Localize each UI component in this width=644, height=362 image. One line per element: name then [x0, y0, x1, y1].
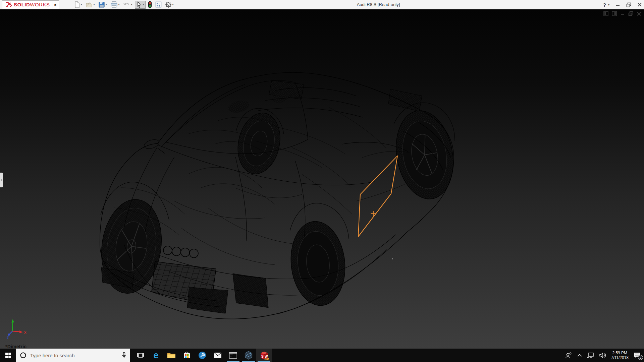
- window-title: Audi R8 S [Read-only]: [357, 0, 400, 9]
- new-document-button[interactable]: ▾: [73, 1, 83, 9]
- hexagon-app-icon: [245, 351, 253, 360]
- edge-icon: e: [153, 351, 158, 360]
- document-window-controls: [603, 11, 641, 16]
- sketch-point-cross: [371, 211, 376, 216]
- svg-text:S: S: [261, 355, 264, 358]
- pane-right-icon[interactable]: [612, 11, 617, 16]
- save-icon: [98, 1, 105, 8]
- solidworks-app-icon: S W 2017: [260, 351, 269, 360]
- mail-icon: [214, 352, 222, 359]
- undo-icon: [123, 2, 130, 8]
- minimize-button[interactable]: [615, 2, 620, 7]
- print-dropdown-caret[interactable]: ▾: [118, 3, 120, 6]
- undo-button[interactable]: ▾: [122, 1, 133, 9]
- open-button[interactable]: ▾: [85, 1, 96, 9]
- mail-button[interactable]: [210, 349, 225, 362]
- feature-manager-collapsed-tab[interactable]: [0, 173, 3, 187]
- wheel-rear-left[interactable]: [232, 109, 285, 178]
- options-button[interactable]: ▾: [164, 1, 175, 9]
- support-tool-button[interactable]: [195, 349, 210, 362]
- windows-taskbar: e: [0, 349, 644, 362]
- triad-x-label: X: [24, 331, 26, 335]
- wrench-circle-icon: [198, 351, 206, 359]
- save-dropdown-caret[interactable]: ▾: [106, 3, 107, 6]
- restore-button[interactable]: [626, 2, 631, 7]
- select-tool-button[interactable]: ▾: [135, 1, 146, 9]
- clock-date: 7/11/2018: [611, 355, 629, 360]
- svg-text:2017: 2017: [264, 358, 269, 360]
- gear-icon: [165, 1, 172, 8]
- wheel-rear-right[interactable]: [389, 106, 460, 204]
- action-center-button[interactable]: 2: [633, 352, 641, 359]
- taskbar-icons: e: [133, 349, 272, 362]
- selected-face-highlight[interactable]: [358, 156, 397, 237]
- open-dropdown-caret[interactable]: ▾: [94, 3, 95, 6]
- file-explorer-button[interactable]: [164, 349, 179, 362]
- app-titlebar: SOLIDWORKS ▶ ▾ ▾ ▾: [0, 0, 644, 9]
- close-button[interactable]: [637, 2, 642, 7]
- network-icon[interactable]: [587, 352, 594, 358]
- edge-button[interactable]: e: [148, 349, 164, 362]
- car-wireframe-model[interactable]: X Z: [0, 9, 644, 349]
- orientation-triad: X Z: [7, 319, 26, 340]
- clock-time: 2:59 PM: [611, 351, 629, 355]
- microphone-icon[interactable]: [121, 352, 127, 359]
- task-view-icon: [137, 352, 144, 358]
- print-icon: [110, 1, 118, 8]
- solidworks-taskbar-button[interactable]: S W 2017: [256, 349, 272, 362]
- people-icon[interactable]: [565, 352, 572, 359]
- print-button[interactable]: ▾: [109, 1, 121, 9]
- view-orientation-label: *Dimetric: [5, 344, 26, 349]
- properties-list-icon: [155, 1, 162, 8]
- undo-dropdown-caret[interactable]: ▾: [131, 3, 132, 6]
- search-input[interactable]: [30, 353, 121, 358]
- taskbar-search[interactable]: [16, 349, 130, 362]
- traffic-light-icon: [148, 1, 152, 8]
- cortana-icon: [19, 352, 27, 359]
- hidden-icons-chevron[interactable]: [577, 353, 582, 357]
- edrawings-button[interactable]: [241, 349, 256, 362]
- pane-left-icon[interactable]: [603, 11, 608, 16]
- wheel-front-right[interactable]: [287, 219, 349, 308]
- volume-icon[interactable]: [599, 352, 606, 358]
- file-explorer-icon: [167, 352, 176, 359]
- select-dropdown-caret[interactable]: ▾: [143, 3, 144, 6]
- open-folder-icon: [86, 1, 93, 8]
- select-cursor-icon: [136, 1, 142, 8]
- help-button[interactable]: ?: [603, 2, 606, 8]
- selection-filter-button[interactable]: [147, 1, 153, 9]
- options-dropdown-caret[interactable]: ▾: [172, 3, 174, 6]
- window-controls: ? ▾: [603, 0, 642, 9]
- audi-rings: [163, 246, 198, 258]
- task-view-button[interactable]: [133, 349, 148, 362]
- display-settings-button[interactable]: [154, 1, 163, 9]
- help-dropdown-caret[interactable]: ▾: [608, 3, 609, 6]
- solidworks-logo[interactable]: SOLIDWORKS: [2, 0, 53, 9]
- ds-logo-icon: [5, 2, 12, 8]
- save-button[interactable]: ▾: [97, 1, 108, 9]
- doc-minimize-button[interactable]: [620, 11, 625, 16]
- command-prompt-button[interactable]: [225, 349, 241, 362]
- graphics-viewport[interactable]: X Z *Dimetric: [0, 9, 644, 349]
- menu-flyout-button[interactable]: ▶: [53, 0, 59, 9]
- notification-badge: 2: [638, 355, 643, 360]
- solidworks-wordmark: SOLIDWORKS: [14, 2, 50, 7]
- start-button[interactable]: [0, 349, 16, 362]
- main-toolbar: ▾ ▾ ▾: [72, 0, 175, 9]
- store-button[interactable]: [179, 349, 195, 362]
- windows-logo-icon: [5, 353, 11, 358]
- panel-tab-dot: [1, 179, 2, 181]
- new-document-icon: [74, 1, 80, 8]
- doc-close-button[interactable]: [637, 11, 641, 16]
- store-icon: [183, 351, 191, 359]
- command-prompt-icon: [229, 352, 237, 359]
- doc-restore-button[interactable]: [628, 11, 633, 16]
- stray-vertex-point: [392, 258, 393, 259]
- triad-z-label: Z: [7, 336, 9, 340]
- new-dropdown-caret[interactable]: ▾: [81, 3, 82, 6]
- system-tray: 2:59 PM 7/11/2018 2: [565, 349, 644, 362]
- taskbar-clock[interactable]: 2:59 PM 7/11/2018: [611, 351, 629, 360]
